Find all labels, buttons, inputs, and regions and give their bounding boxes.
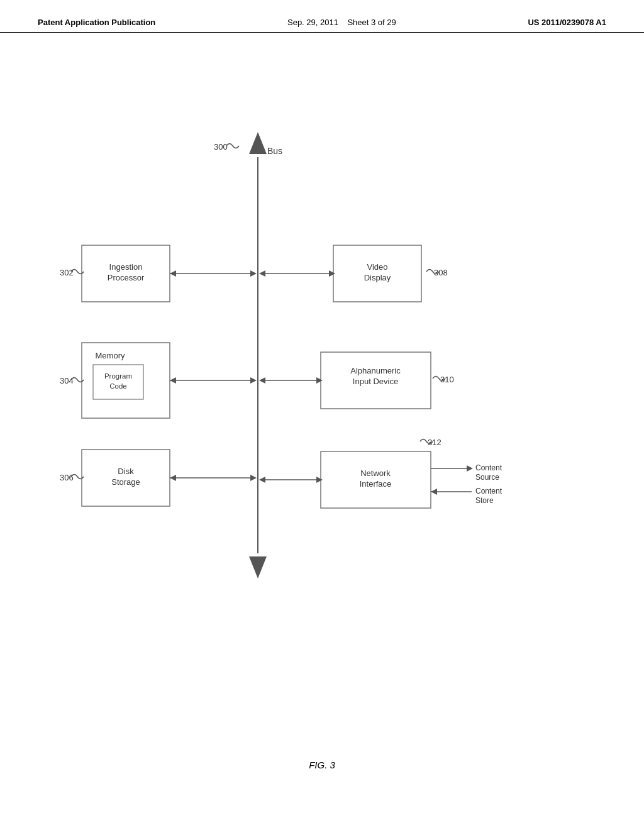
svg-marker-24 [431, 489, 437, 495]
network-interface-label1: Network [360, 468, 391, 478]
ref-304: 304 [60, 376, 74, 385]
bus-label: Bus [267, 146, 282, 156]
figure-label: FIG. 3 [309, 760, 335, 770]
disk-storage-label2: Storage [111, 477, 140, 487]
svg-marker-16 [259, 377, 265, 384]
diagram-svg: Bus 300 Ingestion Processor 302 Memory P… [0, 107, 644, 673]
content-store-label1: Content [475, 487, 502, 495]
header-left: Patent Application Publication [38, 18, 155, 27]
svg-marker-13 [259, 270, 265, 277]
svg-marker-19 [259, 477, 265, 483]
svg-marker-4 [250, 270, 257, 277]
svg-marker-8 [170, 377, 176, 384]
ref-310: 310 [440, 375, 454, 384]
ref-306: 306 [60, 473, 74, 482]
disk-storage-label1: Disk [118, 467, 134, 476]
program-code-label2: Code [109, 382, 127, 390]
alphanumeric-label1: Alphanumeric [350, 366, 401, 375]
svg-marker-7 [250, 377, 257, 384]
program-code-label1: Program [104, 372, 132, 380]
content-source-label1: Content [475, 463, 502, 472]
ingestion-processor-label2: Processor [108, 273, 145, 282]
header-center: Sep. 29, 2011 Sheet 3 of 29 [287, 18, 396, 27]
content-source-label2: Source [475, 473, 499, 482]
svg-marker-10 [250, 475, 257, 481]
bus-ref: 300 [214, 142, 228, 152]
ref-302: 302 [60, 268, 74, 277]
header-sheet: Sheet 3 of 29 [347, 18, 396, 27]
video-display-label1: Video [367, 262, 387, 272]
page-header: Patent Application Publication Sep. 29, … [0, 0, 644, 33]
video-display-label2: Display [364, 273, 391, 282]
alphanumeric-label2: Input Device [353, 377, 398, 386]
diagram-area: Bus 300 Ingestion Processor 302 Memory P… [0, 107, 644, 673]
content-store-label2: Store [475, 496, 494, 505]
svg-marker-11 [170, 475, 176, 481]
ingestion-processor-label: Ingestion [109, 262, 143, 272]
ref-312: 312 [428, 438, 441, 447]
svg-marker-5 [170, 270, 176, 277]
ref-308: 308 [434, 268, 448, 277]
memory-label: Memory [96, 351, 125, 360]
svg-marker-22 [467, 465, 473, 472]
svg-marker-1 [249, 132, 267, 154]
network-interface-label2: Interface [360, 479, 392, 489]
svg-marker-2 [249, 556, 267, 578]
header-date: Sep. 29, 2011 [287, 18, 338, 27]
header-right: US 2011/0239078 A1 [528, 18, 606, 27]
